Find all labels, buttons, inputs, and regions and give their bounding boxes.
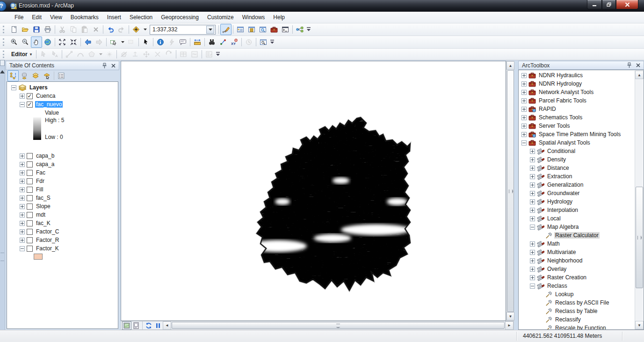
toolbox-item-density[interactable]: Density [519, 155, 644, 164]
full-extent-button[interactable] [42, 36, 53, 48]
menu-windows[interactable]: Windows [238, 13, 269, 22]
menu-edit[interactable]: Edit [28, 13, 46, 22]
toolbox-item-reclass-by-ascii-file[interactable]: Reclass by ASCII File [519, 298, 644, 307]
menu-customize[interactable]: Customize [203, 13, 238, 22]
toolbar-grip[interactable] [3, 38, 7, 46]
toc-options-button[interactable] [56, 70, 67, 81]
toolbox-item-reclass[interactable]: Reclass [519, 282, 644, 290]
map-view[interactable] [121, 61, 506, 321]
add-data-button[interactable] [130, 24, 142, 35]
dock-grip[interactable] [0, 253, 4, 261]
pin-icon[interactable] [101, 62, 108, 69]
editor-toolbar-toggle-button[interactable] [220, 24, 232, 35]
toolbox-item-spatial-analyst-tools[interactable]: Spatial Analyst Tools [519, 138, 644, 147]
print-button[interactable] [42, 24, 53, 35]
collapse-icon[interactable] [20, 102, 25, 107]
expand-icon[interactable] [20, 153, 25, 159]
collapse-icon[interactable] [20, 246, 25, 251]
select-features-button[interactable] [108, 36, 119, 48]
expand-icon[interactable] [530, 258, 535, 263]
layer-visibility-checkbox[interactable] [27, 161, 33, 167]
expand-icon[interactable] [521, 81, 527, 87]
toolbox-item-hydrology[interactable]: Hydrology [519, 197, 644, 206]
collapse-icon[interactable] [530, 225, 535, 230]
open-folder-button[interactable] [20, 24, 31, 35]
layer-item-factor-c[interactable]: Factor_C [7, 227, 118, 236]
pause-drawing-button[interactable] [153, 321, 163, 330]
toolbox-item-distance[interactable]: Distance [519, 164, 644, 172]
overflow-button[interactable] [269, 36, 275, 48]
zoom-out-button[interactable] [20, 36, 31, 48]
go-to-xy-button[interactable]: XY [229, 36, 240, 48]
toolbox-item-map-algebra[interactable]: Map Algebra [519, 223, 644, 231]
dropdown-button[interactable] [142, 24, 148, 35]
find-route-button[interactable] [217, 36, 229, 48]
search-window-button[interactable] [257, 24, 268, 35]
layer-item-slope[interactable]: Slope [7, 202, 118, 211]
map-vscroll-thumb[interactable] [507, 70, 514, 312]
toolbox-item-multivariate[interactable]: Multivariate [519, 248, 644, 256]
catalog-window-button[interactable] [246, 24, 257, 35]
expand-icon[interactable] [530, 208, 535, 213]
save-button[interactable] [31, 24, 42, 35]
expand-icon[interactable] [20, 170, 25, 175]
toolbox-item-local[interactable]: Local [519, 214, 644, 223]
autohide-tab-icon[interactable] [0, 60, 5, 66]
toolbox-item-ndnr-hydraulics[interactable]: NDNR Hydraulics [519, 71, 644, 80]
menu-insert[interactable]: Insert [103, 13, 125, 22]
callout-button[interactable] [177, 36, 188, 48]
expand-icon[interactable] [530, 166, 535, 171]
editor-menu-button[interactable]: Editor [8, 50, 35, 58]
toolbox-item-generalization[interactable]: Generalization [519, 181, 644, 189]
title-bar[interactable]: ? Erosion.mxd - ArcMap [0, 0, 644, 12]
layer-visibility-checkbox[interactable] [27, 178, 33, 184]
new-document-button[interactable] [8, 24, 20, 35]
layer-visibility-checkbox[interactable] [27, 187, 33, 193]
layer-visibility-checkbox[interactable]: ✓ [27, 93, 33, 99]
chevron-down-icon[interactable] [206, 26, 214, 34]
expand-icon[interactable] [20, 238, 25, 243]
layer-visibility-checkbox[interactable] [27, 220, 33, 226]
refresh-button[interactable] [144, 321, 153, 330]
fixed-zoom-out-button[interactable] [68, 36, 79, 48]
expand-icon[interactable] [530, 250, 535, 255]
toolbox-item-network-analyst-tools[interactable]: Network Analyst Tools [519, 88, 644, 96]
expand-icon[interactable] [521, 124, 527, 129]
layer-visibility-checkbox[interactable] [27, 246, 33, 252]
undo-button[interactable] [105, 24, 116, 35]
layer-visibility-checkbox[interactable] [27, 170, 33, 176]
toolbox-item-raster-calculator[interactable]: Raster Calculator [519, 231, 644, 240]
scroll-right-icon[interactable]: ► [505, 321, 514, 330]
menu-help[interactable]: Help [269, 13, 289, 22]
layer-item-factor-k[interactable]: Factor_K [7, 244, 118, 253]
expand-icon[interactable] [521, 132, 527, 137]
expand-icon[interactable] [530, 149, 535, 154]
menu-file[interactable]: File [10, 13, 28, 22]
layer-visibility-checkbox[interactable] [27, 212, 33, 218]
expand-icon[interactable] [20, 229, 25, 234]
layer-item-fac-s[interactable]: fac_S [7, 194, 118, 202]
toolbox-item-rapid[interactable]: RAPID [519, 105, 644, 113]
toolbox-item-parcel-fabric-tools[interactable]: Parcel Fabric Tools [519, 96, 644, 105]
collapse-icon[interactable] [11, 85, 16, 90]
expand-icon[interactable] [530, 157, 535, 162]
dropdown-button[interactable] [119, 36, 126, 48]
collapse-icon[interactable] [530, 284, 535, 289]
expand-icon[interactable] [20, 204, 25, 209]
toolbox-item-rescale-by-function[interactable]: Rescale by Function [519, 324, 644, 330]
menu-view[interactable]: View [46, 13, 66, 22]
toolbox-item-ndnr-hydrology[interactable]: NDNR Hydrology [519, 80, 644, 88]
expand-icon[interactable] [20, 94, 25, 99]
toolbox-item-lookup[interactable]: Lookup [519, 290, 644, 298]
menu-geoprocessing[interactable]: Geoprocessing [157, 13, 203, 22]
expand-icon[interactable] [530, 241, 535, 247]
modelbuilder-button[interactable] [294, 24, 305, 35]
layer-item-fdr[interactable]: Fdr [7, 177, 118, 185]
expand-icon[interactable] [530, 199, 535, 204]
close-button[interactable] [616, 0, 638, 9]
data-view-button[interactable] [122, 321, 131, 330]
close-icon[interactable] [110, 62, 117, 69]
toolbox-item-interpolation[interactable]: Interpolation [519, 206, 644, 214]
overflow-button[interactable] [215, 49, 221, 60]
list-visibility-button[interactable] [30, 70, 41, 81]
